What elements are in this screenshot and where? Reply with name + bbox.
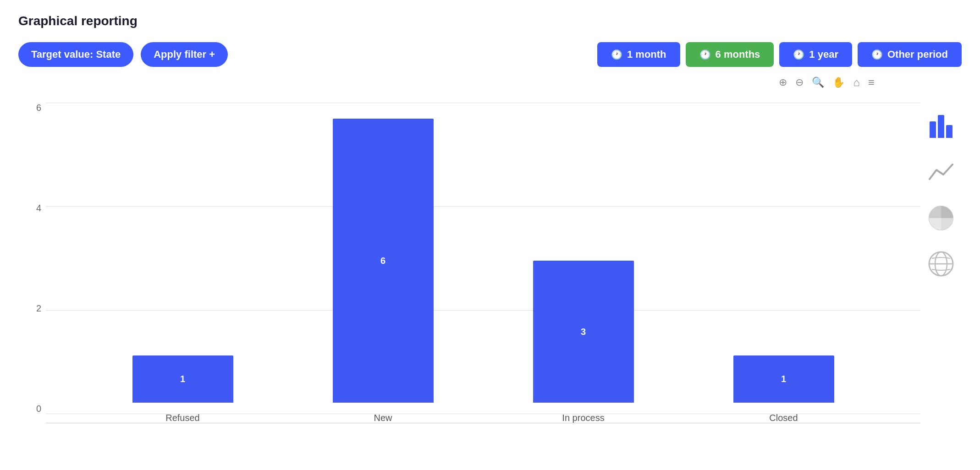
toolbar-right: 🕐 1 month 🕐 6 months 🕐 1 year 🕐 Other pe… xyxy=(597,42,962,67)
y-label-6: 6 xyxy=(36,103,41,113)
bar-refused: 1 xyxy=(132,355,233,403)
period-1year-label: 1 year xyxy=(809,49,838,60)
bar-group-new: 6 New xyxy=(333,119,434,423)
period-1year-button[interactable]: 🕐 1 year xyxy=(779,42,852,67)
bar-group-refused: 1 Refused xyxy=(132,355,233,423)
y-label-2: 2 xyxy=(36,303,41,314)
clock-icon-6months: 🕐 xyxy=(699,49,711,60)
y-label-0: 0 xyxy=(36,404,41,414)
bar-value-refused: 1 xyxy=(180,374,185,384)
apply-filter-button[interactable]: Apply filter + xyxy=(141,42,228,67)
globe-chart-type-icon[interactable] xyxy=(927,250,955,278)
clock-icon-1month: 🕐 xyxy=(611,49,622,60)
line-chart-type-icon[interactable] xyxy=(927,158,955,186)
period-1month-label: 1 month xyxy=(627,49,666,60)
bars-row: 1 Refused 6 New xyxy=(46,139,920,423)
bar-label-new: New xyxy=(374,413,392,423)
chart-container: 6 4 2 0 xyxy=(18,93,920,451)
bar-chart-type-icon[interactable] xyxy=(927,113,955,140)
bar-label-in-process: In process xyxy=(562,413,604,423)
chart-area: ⊕ ⊖ 🔍 ✋ ⌂ ≡ 6 4 2 0 xyxy=(18,76,962,451)
period-6months-label: 6 months xyxy=(716,49,760,60)
pan-icon[interactable]: ✋ xyxy=(832,77,845,88)
toolbar: Target value: State Apply filter + 🕐 1 m… xyxy=(18,42,962,67)
period-1month-button[interactable]: 🕐 1 month xyxy=(597,42,680,67)
page-title: Graphical reporting xyxy=(18,14,962,28)
zoom-search-icon[interactable]: 🔍 xyxy=(812,77,824,88)
bar-value-in-process: 3 xyxy=(581,327,586,337)
zoom-in-icon[interactable]: ⊕ xyxy=(779,77,787,88)
clock-icon-1year: 🕐 xyxy=(793,49,804,60)
bar-label-closed: Closed xyxy=(769,413,798,423)
bar-value-closed: 1 xyxy=(781,374,786,384)
bar-group-closed: 1 Closed xyxy=(733,355,834,423)
y-label-4: 4 xyxy=(36,203,41,213)
grid-line-top xyxy=(46,103,920,103)
menu-icon[interactable]: ≡ xyxy=(868,76,875,89)
zoom-out-icon[interactable]: ⊖ xyxy=(795,77,804,88)
clock-icon-other: 🕐 xyxy=(871,49,883,60)
toolbar-left: Target value: State Apply filter + xyxy=(18,42,228,67)
y-axis: 6 4 2 0 xyxy=(18,103,46,414)
bar-group-in-process: 3 In process xyxy=(533,261,634,423)
target-value-button[interactable]: Target value: State xyxy=(18,42,133,67)
chart-body: 1 Refused 6 New xyxy=(46,93,920,451)
bar-label-refused: Refused xyxy=(165,413,200,423)
period-other-button[interactable]: 🕐 Other period xyxy=(858,42,962,67)
pie-chart-type-icon[interactable] xyxy=(927,204,955,232)
chart-main: ⊕ ⊖ 🔍 ✋ ⌂ ≡ 6 4 2 0 xyxy=(18,76,920,451)
chart-sidebar xyxy=(920,76,962,451)
bar-closed: 1 xyxy=(733,355,834,403)
home-icon[interactable]: ⌂ xyxy=(853,76,860,89)
bar-new: 6 xyxy=(333,119,434,403)
bar-in-process: 3 xyxy=(533,261,634,403)
page-container: Graphical reporting Target value: State … xyxy=(0,0,980,470)
period-6months-button[interactable]: 🕐 6 months xyxy=(686,42,774,67)
period-other-label: Other period xyxy=(887,49,948,60)
chart-toolbar: ⊕ ⊖ 🔍 ✋ ⌂ ≡ xyxy=(18,76,920,89)
bar-value-new: 6 xyxy=(380,256,385,266)
